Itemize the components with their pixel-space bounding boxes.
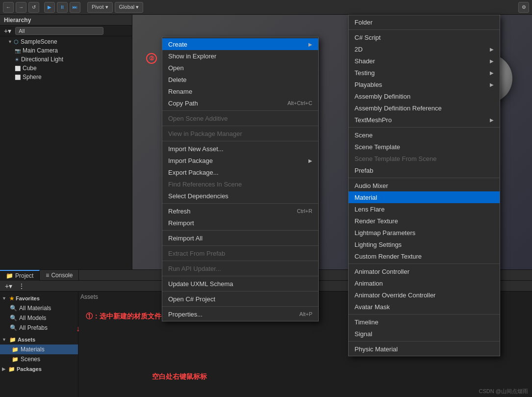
tab-project[interactable]: 📁 Project bbox=[0, 270, 40, 281]
menu-export-package[interactable]: Export Package... bbox=[162, 166, 318, 178]
submenu-testing[interactable]: Testing ▶ bbox=[349, 67, 500, 79]
packages-folder-icon: 📁 bbox=[8, 366, 15, 372]
submenu-render-texture[interactable]: Render Texture bbox=[349, 215, 500, 227]
sep1 bbox=[162, 110, 318, 111]
animator-controller-label: Animator Controller bbox=[355, 268, 409, 275]
global-dropdown[interactable]: Global ▾ bbox=[115, 2, 144, 13]
all-models-item[interactable]: 🔍 All Models bbox=[0, 313, 78, 323]
toolbar-undo[interactable]: ↺ bbox=[28, 2, 39, 13]
tab-console[interactable]: ≡ Console bbox=[40, 270, 79, 281]
all-materials-item[interactable]: 🔍 All Materials bbox=[0, 303, 78, 313]
submenu-shader[interactable]: Shader ▶ bbox=[349, 55, 500, 67]
hierarchy-title: Hierarchy bbox=[4, 17, 31, 24]
top-toolbar: ← → ↺ ▶ ⏸ ⏭ Pivot ▾ Global ▾ ⚙ bbox=[0, 0, 532, 15]
menu-reimport[interactable]: Reimport bbox=[162, 217, 318, 229]
menu-reimport-all[interactable]: Reimport All bbox=[162, 232, 318, 244]
menu-copy-path-label: Copy Path bbox=[168, 100, 198, 107]
sub-sep1 bbox=[349, 29, 500, 30]
materials-folder-label: Materials bbox=[21, 346, 45, 353]
submenu-2d[interactable]: 2D ▶ bbox=[349, 43, 500, 55]
sep9 bbox=[162, 291, 318, 291]
submenu-audio-mixer[interactable]: Audio Mixer bbox=[349, 180, 500, 191]
submenu-assembly-def-ref[interactable]: Assembly Definition Reference bbox=[349, 102, 500, 114]
submenu-timeline[interactable]: Timeline bbox=[349, 316, 500, 328]
submenu-playables[interactable]: Playables ▶ bbox=[349, 79, 500, 90]
menu-delete[interactable]: Delete bbox=[162, 74, 318, 85]
submenu-lightmap-params[interactable]: Lightmap Parameters bbox=[349, 227, 500, 238]
submenu-prefab[interactable]: Prefab bbox=[349, 164, 500, 176]
assembly-def-ref-label: Assembly Definition Reference bbox=[355, 105, 442, 112]
sphere-label: Sphere bbox=[23, 74, 42, 80]
hierarchy-cube[interactable]: ⬜ Cube bbox=[0, 64, 132, 73]
hierarchy-directional-light[interactable]: ☀ Directional Light bbox=[0, 55, 132, 64]
toolbar-pause[interactable]: ⏸ bbox=[57, 2, 68, 13]
submenu-scene-template[interactable]: Scene Template bbox=[349, 141, 500, 153]
camera-icon: 📷 bbox=[15, 48, 21, 53]
reimport-all-label: Reimport All bbox=[168, 235, 203, 242]
submenu-avatar-mask[interactable]: Avatar Mask bbox=[349, 301, 500, 313]
project-options-btn[interactable]: ⋮ bbox=[16, 282, 27, 290]
menu-rename[interactable]: Rename bbox=[162, 85, 318, 97]
annotation-2-circle: ② bbox=[146, 53, 157, 64]
menu-refresh[interactable]: Refresh Ctrl+R bbox=[162, 205, 318, 217]
prefab-label: Prefab bbox=[355, 167, 373, 174]
hierarchy-scene[interactable]: ▼ ⬡ SampleScene bbox=[0, 37, 132, 46]
textmeshpro-arrow: ▶ bbox=[490, 117, 494, 123]
submenu-textmeshpro[interactable]: TextMeshPro ▶ bbox=[349, 114, 500, 126]
avatar-mask-label: Avatar Mask bbox=[355, 303, 390, 311]
menu-select-dependencies[interactable]: Select Dependencies bbox=[162, 190, 318, 202]
toolbar-play[interactable]: ▶ bbox=[44, 2, 55, 13]
submenu-lens-flare[interactable]: Lens Flare bbox=[349, 203, 500, 215]
sub-sep6 bbox=[349, 341, 500, 342]
shader-label: Shader bbox=[355, 57, 375, 65]
menu-run-api-updater: Run API Updater... bbox=[162, 263, 318, 274]
hierarchy-sphere[interactable]: ⬜ Sphere bbox=[0, 73, 132, 81]
menu-import-new-asset[interactable]: Import New Asset... bbox=[162, 143, 318, 155]
menu-properties[interactable]: Properties... Alt+P bbox=[162, 308, 318, 320]
assets-main-label: Assets bbox=[80, 293, 98, 300]
submenu-signal[interactable]: Signal bbox=[349, 328, 500, 340]
sub-context-menu: Folder C# Script 2D ▶ Shader ▶ Testing ▶… bbox=[348, 15, 500, 356]
scenes-folder-label: Scenes bbox=[21, 356, 40, 363]
sep6 bbox=[162, 245, 318, 246]
open-scene-additive-label: Open Scene Additive bbox=[168, 115, 228, 122]
hierarchy-add-btn[interactable]: +▾ bbox=[2, 27, 13, 35]
menu-open-csharp-project[interactable]: Open C# Project bbox=[162, 293, 318, 305]
scenes-folder-item[interactable]: 📁 Scenes bbox=[0, 354, 78, 364]
menu-open-scene-additive: Open Scene Additive bbox=[162, 112, 318, 124]
submenu-custom-render-texture[interactable]: Custom Render Texture bbox=[349, 250, 500, 262]
submenu-assembly-def[interactable]: Assembly Definition bbox=[349, 90, 500, 102]
console-tab-label: Console bbox=[51, 272, 73, 279]
submenu-animation[interactable]: Animation bbox=[349, 277, 500, 289]
all-prefabs-item[interactable]: 🔍 All Prefabs bbox=[0, 323, 78, 333]
submenu-folder[interactable]: Folder bbox=[349, 16, 500, 28]
reimport-label: Reimport bbox=[168, 219, 194, 227]
submenu-material[interactable]: Material bbox=[349, 191, 500, 203]
menu-open[interactable]: Open bbox=[162, 62, 318, 74]
toolbar-step[interactable]: ⏭ bbox=[70, 2, 80, 13]
submenu-physic-material[interactable]: Physic Material bbox=[349, 343, 500, 355]
menu-show-in-explorer[interactable]: Show in Explorer bbox=[162, 50, 318, 62]
toolbar-back[interactable]: ← bbox=[3, 2, 14, 13]
submenu-scene[interactable]: Scene bbox=[349, 129, 500, 141]
project-add-btn[interactable]: +▾ bbox=[3, 282, 14, 290]
submenu-csharp-script[interactable]: C# Script bbox=[349, 31, 500, 43]
sep10 bbox=[162, 306, 318, 307]
all-models-label: All Models bbox=[19, 315, 46, 321]
submenu-animator-override[interactable]: Animator Override Controller bbox=[349, 289, 500, 301]
copy-path-shortcut: Alt+Ctrl+C bbox=[287, 100, 312, 106]
menu-copy-path[interactable]: Copy Path Alt+Ctrl+C bbox=[162, 97, 318, 109]
menu-update-uxml[interactable]: Update UXML Schema bbox=[162, 278, 318, 290]
materials-folder-item[interactable]: 📁 Materials bbox=[0, 344, 78, 354]
menu-create[interactable]: Create ▶ bbox=[162, 38, 318, 50]
scene-icon: ⬡ bbox=[14, 39, 19, 45]
menu-import-package[interactable]: Import Package ▶ bbox=[162, 155, 318, 166]
submenu-lighting-settings[interactable]: Lighting Settings bbox=[349, 238, 500, 250]
hierarchy-main-camera[interactable]: 📷 Main Camera bbox=[0, 46, 132, 55]
toolbar-forward[interactable]: → bbox=[16, 2, 26, 13]
hierarchy-search-input[interactable] bbox=[15, 27, 103, 35]
submenu-animator-controller[interactable]: Animator Controller bbox=[349, 265, 500, 277]
toolbar-settings[interactable]: ⚙ bbox=[518, 2, 529, 13]
scene-template-from-scene-label: Scene Template From Scene bbox=[355, 155, 436, 162]
pivot-dropdown[interactable]: Pivot ▾ bbox=[87, 2, 113, 13]
